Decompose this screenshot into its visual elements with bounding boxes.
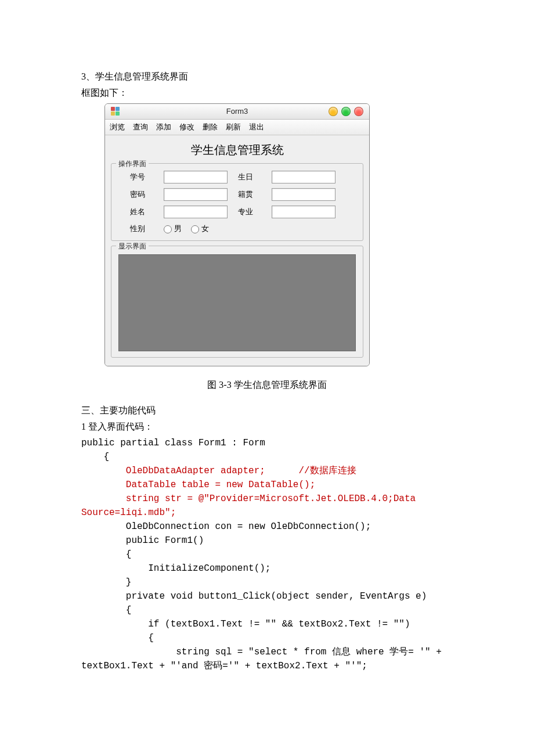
input-student-id[interactable] — [164, 171, 228, 183]
window-controls — [329, 107, 363, 116]
menu-edit[interactable]: 修改 — [179, 121, 194, 133]
menu-browse[interactable]: 浏览 — [110, 121, 125, 133]
app-form-icon — [111, 107, 120, 116]
data-grid-panel[interactable] — [118, 254, 356, 351]
intro-line-2: 框图如下： — [81, 86, 453, 100]
menu-add[interactable]: 添加 — [156, 121, 171, 133]
label-password: 密码 — [130, 189, 153, 200]
system-title: 学生信息管理系统 — [111, 141, 363, 159]
radio-male[interactable]: 男 — [164, 223, 182, 235]
app-window: Form3 浏览 查询 添加 修改 删除 刷新 退出 学生信息管理系统 — [104, 103, 370, 366]
input-native[interactable] — [272, 188, 335, 201]
label-student-id: 学号 — [130, 171, 153, 183]
radio-female[interactable]: 女 — [191, 223, 209, 235]
figure-container: Form3 浏览 查询 添加 修改 删除 刷新 退出 学生信息管理系统 — [81, 102, 453, 372]
maximize-icon[interactable] — [341, 107, 351, 116]
close-icon[interactable] — [354, 107, 363, 116]
groupbox-display-legend: 显示界面 — [116, 241, 149, 251]
label-major: 专业 — [238, 206, 261, 218]
intro-line-1: 3、学生信息管理系统界面 — [81, 70, 453, 84]
radio-male-label: 男 — [174, 224, 182, 233]
client-area: 学生信息管理系统 操作界面 学号 生日 密码 籍贯 姓名 专 — [105, 135, 369, 366]
menu-exit[interactable]: 退出 — [249, 121, 264, 133]
groupbox-operate: 操作界面 学号 生日 密码 籍贯 姓名 专业 性 — [111, 163, 363, 241]
input-birthday[interactable] — [272, 171, 335, 183]
menu-refresh[interactable]: 刷新 — [226, 121, 241, 133]
input-name[interactable] — [164, 206, 228, 218]
label-sex: 性别 — [130, 223, 153, 235]
groupbox-display: 显示界面 — [111, 246, 363, 358]
label-name: 姓名 — [130, 206, 153, 218]
groupbox-operate-legend: 操作界面 — [116, 159, 149, 169]
window-titlebar: Form3 — [105, 104, 369, 120]
app-menubar: 浏览 查询 添加 修改 删除 刷新 退出 — [105, 120, 369, 135]
figure-caption: 图 3-3 学生信息管理系统界面 — [81, 378, 453, 392]
label-native: 籍贯 — [238, 189, 261, 200]
input-major[interactable] — [272, 206, 335, 218]
code-block: public partial class Form1 : Form { OleD… — [81, 436, 453, 673]
radio-female-label: 女 — [201, 224, 209, 233]
input-password[interactable] — [164, 188, 228, 201]
label-birthday: 生日 — [238, 171, 261, 183]
menu-delete[interactable]: 删除 — [203, 121, 218, 133]
minimize-icon[interactable] — [329, 107, 338, 116]
section3-heading: 三、主要功能代码 — [81, 404, 453, 417]
section3-sub1: 1 登入界面代码： — [81, 420, 453, 434]
menu-search[interactable]: 查询 — [133, 121, 148, 133]
